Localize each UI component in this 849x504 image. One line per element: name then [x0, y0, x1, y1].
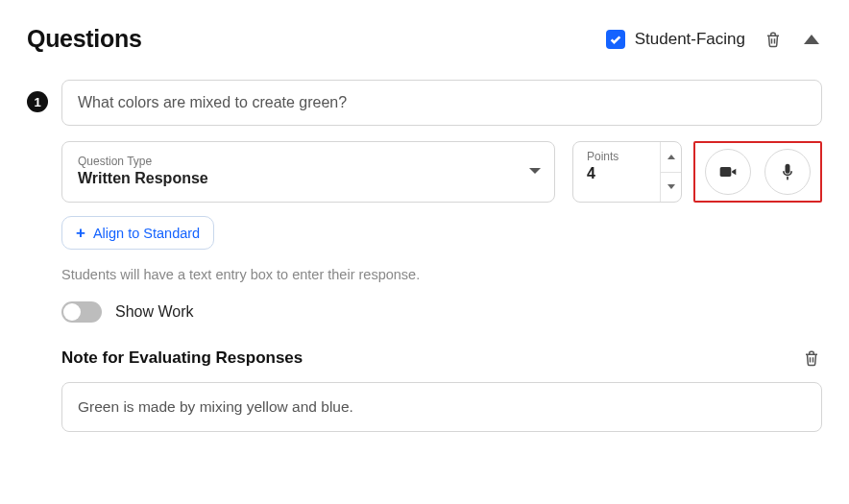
trash-icon — [803, 349, 820, 367]
note-input[interactable]: Green is made by mixing yellow and blue. — [61, 382, 822, 432]
question-type-select[interactable]: Question Type Written Response — [61, 141, 555, 203]
align-label: Align to Standard — [93, 226, 200, 241]
delete-note-button[interactable] — [801, 348, 822, 369]
points-label: Points — [587, 150, 660, 163]
plus-icon: + — [76, 225, 85, 241]
chevron-down-icon — [529, 168, 541, 174]
question-prompt-input[interactable]: What colors are mixed to create green? — [61, 80, 822, 126]
show-work-toggle[interactable] — [61, 301, 102, 323]
points-value: 4 — [587, 165, 660, 182]
record-video-button[interactable] — [705, 149, 751, 195]
toggle-knob — [63, 303, 81, 321]
points-stepper[interactable]: Points 4 — [572, 141, 682, 203]
question-type-value: Written Response — [78, 170, 208, 187]
mic-icon — [778, 162, 797, 181]
student-facing-label: Student-Facing — [635, 30, 745, 49]
media-buttons-highlight — [693, 141, 822, 203]
record-audio-button[interactable] — [764, 149, 811, 195]
header-actions: Student-Facing — [606, 29, 822, 50]
chevron-up-icon — [804, 35, 819, 44]
show-work-label: Show Work — [115, 303, 194, 321]
points-down-button[interactable] — [661, 173, 681, 203]
student-facing-checkbox[interactable]: Student-Facing — [606, 30, 745, 49]
page-title: Questions — [27, 25, 142, 53]
align-to-standard-button[interactable]: + Align to Standard — [61, 216, 214, 250]
trash-icon — [764, 31, 782, 48]
question-type-label: Question Type — [78, 155, 208, 168]
note-title: Note for Evaluating Responses — [61, 348, 303, 368]
question-number-badge: 1 — [27, 91, 48, 112]
svg-rect-0 — [787, 177, 788, 180]
chevron-up-icon — [667, 155, 675, 159]
header-row: Questions Student-Facing — [27, 25, 822, 53]
check-icon — [606, 30, 625, 49]
chevron-down-icon — [667, 184, 675, 189]
collapse-button[interactable] — [801, 29, 822, 50]
delete-section-button[interactable] — [763, 29, 784, 50]
helper-text: Students will have a text entry box to e… — [61, 267, 822, 282]
points-up-button[interactable] — [661, 142, 681, 173]
question-block: 1 What colors are mixed to create green?… — [27, 80, 822, 432]
video-icon — [718, 162, 738, 181]
